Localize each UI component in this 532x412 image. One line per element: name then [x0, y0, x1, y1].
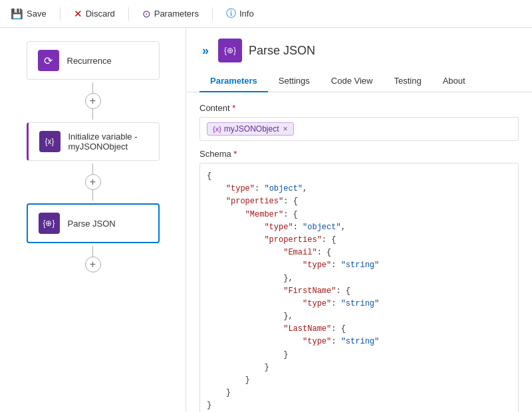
connector-2: + [85, 163, 101, 201]
toolbar-divider-1 [60, 7, 61, 21]
panel-icon: {⊕} [218, 39, 242, 62]
save-icon: 💾 [11, 8, 23, 20]
connector-3: + [85, 246, 101, 272]
parameters-icon: ⊙ [142, 8, 151, 20]
toolbar-divider-2 [128, 7, 129, 21]
connector-line-1 [92, 82, 93, 93]
tab-code-view[interactable]: Code View [321, 70, 384, 92]
tab-settings[interactable]: Settings [268, 70, 321, 92]
initialize-variable-label: Initialize variable - myJSONObject [68, 132, 148, 152]
panel-title: Parse JSON [249, 44, 315, 58]
connector-line-3 [92, 246, 93, 257]
left-panel: ⟳ Recurrence + {x} Initialize variable -… [0, 28, 186, 412]
connector-line-2 [92, 163, 93, 174]
save-label: Save [27, 9, 47, 19]
schema-editor[interactable]: { "type": "object", "properties": { "Mem… [200, 163, 519, 412]
schema-required-marker: * [233, 149, 237, 159]
connector-line-1b [92, 109, 93, 120]
parameters-button[interactable]: ⊙ Parameters [142, 8, 199, 20]
token-icon: {x} [213, 125, 221, 133]
discard-icon: ✕ [74, 8, 82, 20]
save-button[interactable]: 💾 Save [11, 8, 47, 20]
content-label: Content * [200, 103, 519, 113]
parse-json-icon: {⊕} [39, 213, 60, 234]
content-token[interactable]: {x} myJSONObject × [207, 122, 294, 136]
discard-label: Discard [86, 9, 115, 19]
tab-testing[interactable]: Testing [383, 70, 432, 92]
connector-line-2b [92, 190, 93, 201]
info-button[interactable]: ⓘ Info [226, 7, 254, 20]
info-icon: ⓘ [226, 7, 236, 20]
tab-about[interactable]: About [432, 70, 476, 92]
connector-1: + [85, 82, 101, 120]
collapse-button[interactable]: » [200, 43, 211, 59]
add-step-2[interactable]: + [85, 174, 101, 190]
initialize-variable-icon: {x} [39, 131, 61, 152]
discard-button[interactable]: ✕ Discard [74, 8, 115, 20]
toolbar-divider-3 [212, 7, 213, 21]
right-panel: » {⊕} Parse JSON Parameters Settings Cod… [186, 28, 532, 412]
content-required-marker: * [232, 103, 235, 113]
tabs-bar: Parameters Settings Code View Testing Ab… [186, 70, 532, 92]
parse-json-label: Parse JSON [68, 219, 116, 229]
add-step-3[interactable]: + [85, 257, 101, 272]
token-close[interactable]: × [283, 124, 288, 134]
recurrence-label: Recurrence [67, 56, 112, 66]
schema-label: Schema * [200, 149, 519, 159]
initialize-variable-node[interactable]: {x} Initialize variable - myJSONObject [27, 122, 160, 161]
recurrence-node[interactable]: ⟳ Recurrence [27, 41, 160, 80]
toolbar: 💾 Save ✕ Discard ⊙ Parameters ⓘ Info [0, 0, 532, 28]
panel-header: » {⊕} Parse JSON [186, 28, 532, 62]
content-input[interactable]: {x} myJSONObject × [200, 117, 519, 141]
token-label: myJSONObject [224, 124, 279, 134]
add-step-1[interactable]: + [85, 93, 101, 109]
main-layout: ⟳ Recurrence + {x} Initialize variable -… [0, 28, 532, 412]
recurrence-icon: ⟳ [38, 50, 59, 71]
parameters-label: Parameters [154, 9, 199, 19]
info-label: Info [239, 9, 254, 19]
panel-content: Content * {x} myJSONObject × Schema * { … [186, 92, 532, 412]
parse-json-node[interactable]: {⊕} Parse JSON [27, 203, 160, 243]
tab-parameters[interactable]: Parameters [200, 70, 268, 92]
